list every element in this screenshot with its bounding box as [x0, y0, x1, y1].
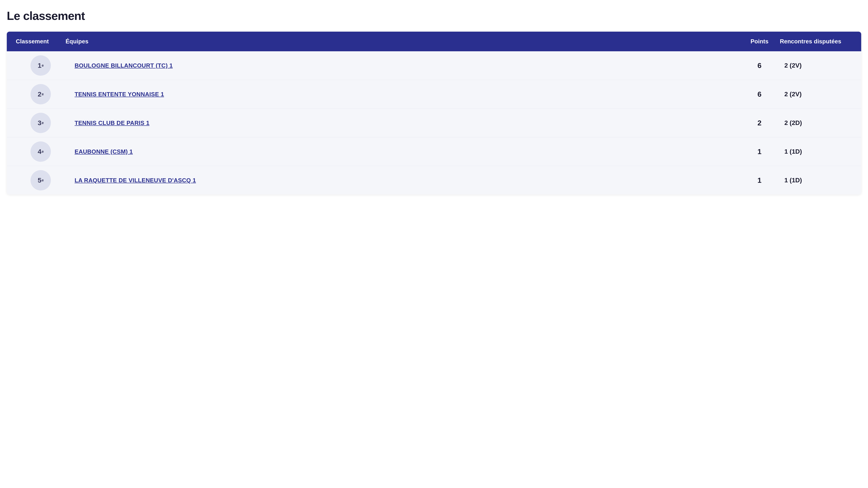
rank-cell: 1e: [16, 55, 66, 76]
points-cell: 2: [739, 119, 780, 127]
table-header: Classement Équipes Points Rencontres dis…: [7, 32, 861, 51]
rank-cell: 2e: [16, 84, 66, 104]
team-link[interactable]: TENNIS CLUB DE PARIS 1: [74, 120, 149, 126]
team-cell: EAUBONNE (CSM) 1: [66, 148, 739, 155]
matches-cell: 1 (1D): [780, 148, 852, 155]
table-row: 1e BOULOGNE BILLANCOURT (TC) 1 6 2 (2V): [7, 51, 861, 80]
classement-table: Classement Équipes Points Rencontres dis…: [7, 32, 861, 195]
rank-cell: 4e: [16, 141, 66, 162]
rank-badge: 1e: [31, 55, 51, 76]
team-link[interactable]: BOULOGNE BILLANCOURT (TC) 1: [74, 62, 173, 69]
team-cell: TENNIS ENTENTE YONNAISE 1: [66, 91, 739, 98]
matches-cell: 1 (1D): [780, 177, 852, 184]
team-link[interactable]: LA RAQUETTE DE VILLENEUVE D'ASCQ 1: [74, 177, 196, 184]
team-cell: BOULOGNE BILLANCOURT (TC) 1: [66, 62, 739, 69]
team-cell: LA RAQUETTE DE VILLENEUVE D'ASCQ 1: [66, 177, 739, 184]
points-cell: 1: [739, 148, 780, 156]
points-cell: 6: [739, 61, 780, 70]
header-equipes: Équipes: [66, 38, 739, 45]
table-row: 3e TENNIS CLUB DE PARIS 1 2 2 (2D): [7, 109, 861, 137]
rank-cell: 3e: [16, 113, 66, 133]
matches-cell: 2 (2V): [780, 62, 852, 69]
team-link[interactable]: EAUBONNE (CSM) 1: [74, 148, 133, 155]
header-classement: Classement: [16, 38, 66, 45]
page-title: Le classement: [7, 9, 861, 23]
rank-badge: 4e: [31, 141, 51, 162]
matches-cell: 2 (2V): [780, 91, 852, 98]
points-cell: 1: [739, 176, 780, 185]
rank-badge: 2e: [31, 84, 51, 104]
rank-cell: 5e: [16, 170, 66, 191]
team-link[interactable]: TENNIS ENTENTE YONNAISE 1: [74, 91, 164, 98]
matches-cell: 2 (2D): [780, 119, 852, 127]
team-cell: TENNIS CLUB DE PARIS 1: [66, 120, 739, 127]
rank-badge: 5e: [31, 170, 51, 191]
rank-badge: 3e: [31, 113, 51, 133]
points-cell: 6: [739, 90, 780, 98]
table-row: 5e LA RAQUETTE DE VILLENEUVE D'ASCQ 1 1 …: [7, 166, 861, 195]
table-row: 4e EAUBONNE (CSM) 1 1 1 (1D): [7, 137, 861, 166]
header-points: Points: [739, 38, 780, 45]
table-row: 2e TENNIS ENTENTE YONNAISE 1 6 2 (2V): [7, 80, 861, 109]
table-body: 1e BOULOGNE BILLANCOURT (TC) 1 6 2 (2V) …: [7, 51, 861, 195]
header-rencontres: Rencontres disputées: [780, 38, 852, 45]
